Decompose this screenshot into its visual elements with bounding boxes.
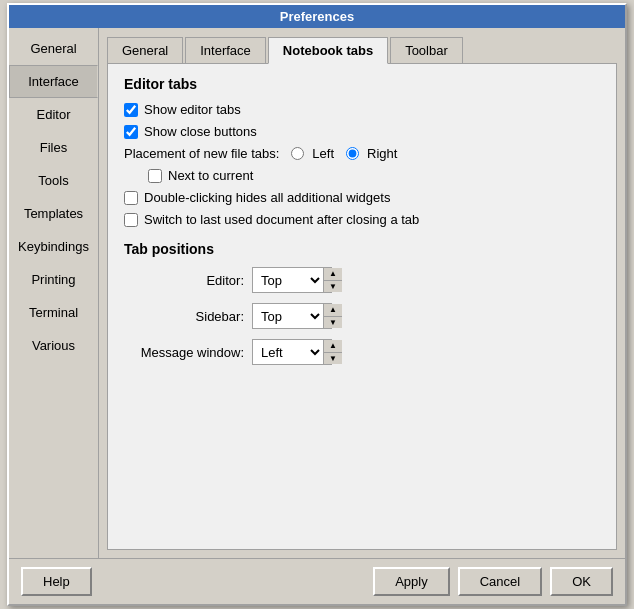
placement-right-label: Right xyxy=(367,146,397,161)
tab-general-label: General xyxy=(122,43,168,58)
dialog-body: General Interface Editor Files Tools Tem… xyxy=(9,28,625,558)
double-click-row: Double-clicking hides all additional wid… xyxy=(124,190,600,205)
content-area: General Interface Notebook tabs Toolbar … xyxy=(99,28,625,558)
double-click-checkbox[interactable] xyxy=(124,191,138,205)
editor-position-select[interactable]: Top Bottom Left Right xyxy=(253,268,323,292)
message-window-position-select[interactable]: Left Top Bottom Right xyxy=(253,340,323,364)
editor-position-down-btn[interactable]: ▼ xyxy=(324,281,342,293)
sidebar-item-interface-label: Interface xyxy=(28,74,79,89)
sidebar-item-printing-label: Printing xyxy=(31,272,75,287)
sidebar-item-keybindings[interactable]: Keybindings xyxy=(9,230,98,263)
sidebar-position-row: Sidebar: Top Bottom Left Right ▲ ▼ xyxy=(124,303,600,329)
sidebar-item-terminal[interactable]: Terminal xyxy=(9,296,98,329)
tab-notebook-tabs-label: Notebook tabs xyxy=(283,43,373,58)
tab-content-notebook-tabs: Editor tabs Show editor tabs Show close … xyxy=(107,63,617,550)
placement-row: Placement of new file tabs: Left Right xyxy=(124,146,600,161)
switch-to-last-checkbox[interactable] xyxy=(124,213,138,227)
sidebar-item-general[interactable]: General xyxy=(9,32,98,65)
tab-positions-section: Tab positions Editor: Top Bottom Left Ri… xyxy=(124,241,600,365)
sidebar-item-tools-label: Tools xyxy=(38,173,68,188)
switch-to-last-row: Switch to last used document after closi… xyxy=(124,212,600,227)
sidebar: General Interface Editor Files Tools Tem… xyxy=(9,28,99,558)
footer-right-buttons: Apply Cancel OK xyxy=(373,567,613,596)
sidebar-item-editor[interactable]: Editor xyxy=(9,98,98,131)
sidebar-position-up-btn[interactable]: ▲ xyxy=(324,304,342,317)
show-editor-tabs-checkbox[interactable] xyxy=(124,103,138,117)
show-editor-tabs-label: Show editor tabs xyxy=(144,102,241,117)
editor-position-spinner[interactable]: Top Bottom Left Right ▲ ▼ xyxy=(252,267,332,293)
tab-toolbar-label: Toolbar xyxy=(405,43,448,58)
sidebar-item-templates[interactable]: Templates xyxy=(9,197,98,230)
double-click-label: Double-clicking hides all additional wid… xyxy=(144,190,390,205)
sidebar-position-spinner[interactable]: Top Bottom Left Right ▲ ▼ xyxy=(252,303,332,329)
tab-general[interactable]: General xyxy=(107,37,183,64)
dialog-footer: Help Apply Cancel OK xyxy=(9,558,625,604)
show-editor-tabs-row: Show editor tabs xyxy=(124,102,600,117)
editor-position-row: Editor: Top Bottom Left Right ▲ ▼ xyxy=(124,267,600,293)
sidebar-item-files-label: Files xyxy=(40,140,67,155)
dialog-title: Preferences xyxy=(9,5,625,28)
sidebar-position-label: Sidebar: xyxy=(124,309,244,324)
next-to-current-row: Next to current xyxy=(124,168,600,183)
tab-interface[interactable]: Interface xyxy=(185,37,266,64)
ok-button[interactable]: OK xyxy=(550,567,613,596)
show-close-buttons-row: Show close buttons xyxy=(124,124,600,139)
sidebar-position-spinner-btns: ▲ ▼ xyxy=(323,304,342,328)
message-window-position-up-btn[interactable]: ▲ xyxy=(324,340,342,353)
tab-interface-label: Interface xyxy=(200,43,251,58)
cancel-button[interactable]: Cancel xyxy=(458,567,542,596)
show-close-buttons-checkbox[interactable] xyxy=(124,125,138,139)
sidebar-item-interface[interactable]: Interface xyxy=(9,65,98,98)
show-close-buttons-label: Show close buttons xyxy=(144,124,257,139)
sidebar-item-tools[interactable]: Tools xyxy=(9,164,98,197)
placement-left-radio[interactable] xyxy=(291,147,304,160)
editor-position-up-btn[interactable]: ▲ xyxy=(324,268,342,281)
tab-positions-section-title: Tab positions xyxy=(124,241,600,257)
sidebar-item-files[interactable]: Files xyxy=(9,131,98,164)
sidebar-position-select[interactable]: Top Bottom Left Right xyxy=(253,304,323,328)
sidebar-item-editor-label: Editor xyxy=(37,107,71,122)
editor-tabs-section-title: Editor tabs xyxy=(124,76,600,92)
editor-position-spinner-btns: ▲ ▼ xyxy=(323,268,342,292)
placement-left-label: Left xyxy=(312,146,334,161)
sidebar-position-down-btn[interactable]: ▼ xyxy=(324,317,342,329)
sidebar-item-printing[interactable]: Printing xyxy=(9,263,98,296)
sidebar-item-general-label: General xyxy=(30,41,76,56)
preferences-dialog: Preferences General Interface Editor Fil… xyxy=(7,3,627,606)
tab-notebook-tabs[interactable]: Notebook tabs xyxy=(268,37,388,64)
message-window-position-row: Message window: Left Top Bottom Right ▲ … xyxy=(124,339,600,365)
sidebar-item-various-label: Various xyxy=(32,338,75,353)
message-window-position-spinner[interactable]: Left Top Bottom Right ▲ ▼ xyxy=(252,339,332,365)
message-window-position-label: Message window: xyxy=(124,345,244,360)
message-window-position-down-btn[interactable]: ▼ xyxy=(324,353,342,365)
sidebar-item-templates-label: Templates xyxy=(24,206,83,221)
sidebar-item-keybindings-label: Keybindings xyxy=(18,239,89,254)
tabs-bar: General Interface Notebook tabs Toolbar xyxy=(107,36,617,63)
message-window-position-spinner-btns: ▲ ▼ xyxy=(323,340,342,364)
apply-button[interactable]: Apply xyxy=(373,567,450,596)
tab-toolbar[interactable]: Toolbar xyxy=(390,37,463,64)
help-button[interactable]: Help xyxy=(21,567,92,596)
editor-position-label: Editor: xyxy=(124,273,244,288)
next-to-current-label: Next to current xyxy=(168,168,253,183)
next-to-current-checkbox[interactable] xyxy=(148,169,162,183)
switch-to-last-label: Switch to last used document after closi… xyxy=(144,212,419,227)
sidebar-item-terminal-label: Terminal xyxy=(29,305,78,320)
placement-right-radio[interactable] xyxy=(346,147,359,160)
placement-label: Placement of new file tabs: xyxy=(124,146,279,161)
sidebar-item-various[interactable]: Various xyxy=(9,329,98,362)
